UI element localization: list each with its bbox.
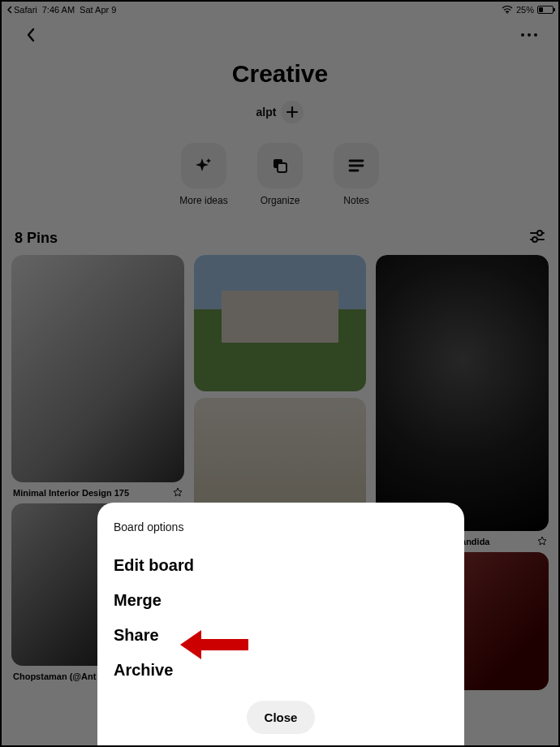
sheet-title: Board options xyxy=(114,520,448,533)
close-button[interactable]: Close xyxy=(247,701,316,734)
archive-option[interactable]: Archive xyxy=(114,653,448,688)
share-option[interactable]: Share xyxy=(114,618,448,653)
edit-board-option[interactable]: Edit board xyxy=(114,548,448,583)
board-options-sheet: Board options Edit board Merge Share Arc… xyxy=(97,503,464,745)
merge-option[interactable]: Merge xyxy=(114,583,448,618)
